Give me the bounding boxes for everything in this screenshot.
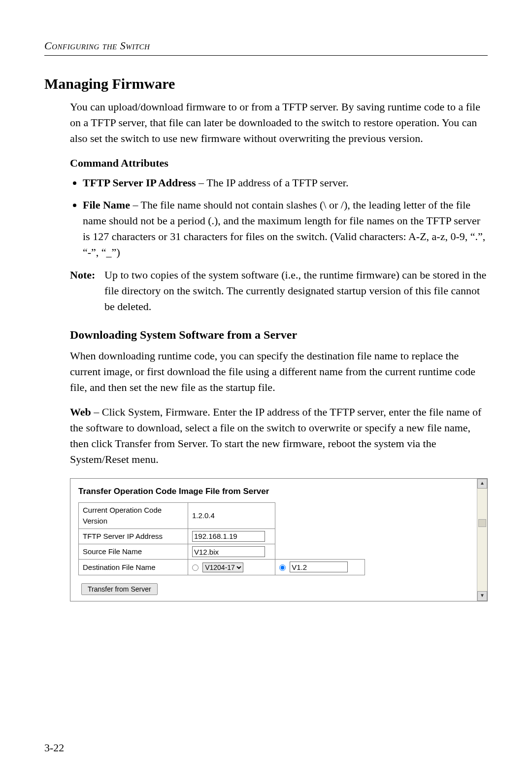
panel-title: Transfer Operation Code Image File from …	[78, 486, 485, 498]
dest-file-label: Destination File Name	[79, 560, 188, 575]
web-text: – Click System, Firmware. Enter the IP a…	[70, 406, 481, 465]
dest-existing-radio[interactable]	[192, 564, 199, 571]
scroll-track[interactable]	[477, 489, 487, 591]
tftp-ip-label: TFTP Server IP Address	[79, 528, 188, 544]
attr-item-tftp: TFTP Server IP Address – The IP address …	[83, 175, 488, 191]
table-row: Destination File Name V1204-17	[79, 560, 365, 575]
running-head: Configuring the Switch	[44, 39, 488, 52]
source-file-input[interactable]	[192, 546, 265, 557]
dest-new-input[interactable]	[290, 562, 348, 572]
command-attributes-list: TFTP Server IP Address – The IP address …	[70, 175, 488, 260]
attr-text: – The IP address of a TFTP server.	[196, 176, 349, 189]
transfer-from-server-button[interactable]: Transfer from Server	[81, 583, 158, 595]
firmware-form-table: Current Operation Code Version 1.2.0.4 T…	[78, 502, 365, 575]
scroll-thumb[interactable]	[478, 519, 486, 527]
table-row: TFTP Server IP Address	[79, 528, 365, 544]
page-number: 3-22	[44, 741, 64, 754]
current-version-label: Current Operation Code Version	[79, 503, 188, 529]
header-rule	[44, 55, 488, 56]
web-label: Web	[70, 406, 91, 418]
attr-label: TFTP Server IP Address	[83, 176, 196, 189]
tftp-ip-input[interactable]	[192, 531, 265, 542]
command-attributes-heading: Command Attributes	[70, 155, 488, 171]
source-file-label: Source File Name	[79, 544, 188, 560]
attr-item-filename: File Name – The file name should not con…	[83, 197, 488, 260]
note-block: Note: Up to two copies of the system sof…	[70, 267, 488, 315]
download-paragraph-1: When downloading runtime code, you can s…	[70, 348, 488, 395]
dest-new-radio[interactable]	[279, 564, 286, 571]
note-label: Note:	[70, 267, 104, 315]
scroll-down-button[interactable]: ▼	[477, 591, 487, 601]
table-row: Source File Name	[79, 544, 365, 560]
scrollbar[interactable]: ▲ ▼	[477, 479, 487, 601]
attr-text: – The file name should not contain slash…	[83, 199, 485, 258]
scroll-up-button[interactable]: ▲	[477, 479, 487, 489]
subsection-title: Downloading System Software from a Serve…	[70, 326, 488, 344]
attr-label: File Name	[83, 199, 130, 211]
current-version-value: 1.2.0.4	[188, 503, 275, 529]
dest-existing-select[interactable]: V1204-17	[202, 563, 243, 572]
table-row: Current Operation Code Version 1.2.0.4	[79, 503, 365, 529]
note-text: Up to two copies of the system software …	[104, 267, 488, 315]
firmware-transfer-panel: Transfer Operation Code Image File from …	[70, 478, 488, 601]
section-title: Managing Firmware	[44, 75, 488, 92]
download-paragraph-2: Web – Click System, Firmware. Enter the …	[70, 404, 488, 467]
intro-paragraph: You can upload/download firmware to or f…	[70, 99, 488, 146]
